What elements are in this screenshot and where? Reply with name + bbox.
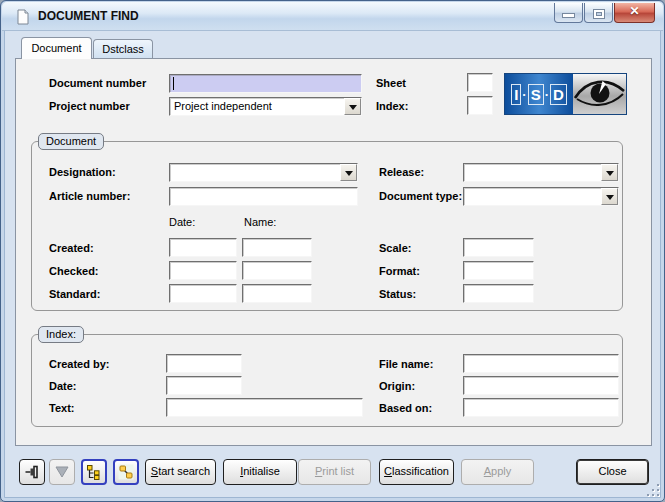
logo-letter-s: S <box>528 84 544 105</box>
close-window-button[interactable]: ✕ <box>614 3 655 23</box>
close-icon: ✕ <box>615 4 654 18</box>
origin-input[interactable] <box>463 376 619 395</box>
format-label: Format: <box>379 265 420 278</box>
resize-grip[interactable] <box>646 483 659 496</box>
chevron-down-icon[interactable] <box>601 164 618 181</box>
chevron-down-icon[interactable] <box>340 164 357 181</box>
standard-date-input[interactable] <box>169 284 237 303</box>
classification-button[interactable]: Classification <box>379 459 454 485</box>
tab-document[interactable]: Document <box>21 37 92 59</box>
release-select[interactable] <box>463 163 619 182</box>
maximize-button[interactable] <box>584 3 613 23</box>
name-column-header: Name: <box>244 216 276 229</box>
logo-dot: · <box>545 87 549 102</box>
standard-label: Standard: <box>49 288 100 301</box>
titlebar[interactable]: DOCUMENT FIND ✕ <box>2 2 663 31</box>
text-input[interactable] <box>166 398 363 417</box>
file-name-input[interactable] <box>463 354 619 373</box>
scale-input[interactable] <box>463 238 534 257</box>
linked-items-icon <box>118 464 134 480</box>
document-find-dialog: DOCUMENT FIND ✕ Document Dstclass Docume… <box>0 0 665 502</box>
checked-name-input[interactable] <box>242 261 312 280</box>
logo-dot: · <box>522 87 526 102</box>
status-label: Status: <box>379 288 416 301</box>
text-label: Text: <box>49 402 74 415</box>
linked-documents-toggle-button[interactable] <box>113 459 139 485</box>
tab-dstclass[interactable]: Dstclass <box>93 39 153 59</box>
logo-letter-d: D <box>550 84 567 105</box>
project-number-label: Project number <box>49 100 130 113</box>
standard-name-input[interactable] <box>242 284 312 303</box>
start-search-button[interactable]: Start search <box>145 459 216 485</box>
initialise-button[interactable]: Initialise <box>223 459 297 485</box>
document-page-icon <box>15 9 31 25</box>
project-number-value: Project independent <box>174 100 272 112</box>
index-input[interactable] <box>467 96 493 115</box>
minimize-icon <box>563 14 574 17</box>
document-number-input[interactable] <box>169 74 362 93</box>
index-group-title: Index: <box>38 326 84 343</box>
created-by-label: Created by: <box>49 358 110 371</box>
close-button[interactable]: Close <box>576 459 649 485</box>
eye-icon <box>573 74 626 114</box>
checked-label: Checked: <box>49 265 99 278</box>
format-input[interactable] <box>463 261 534 280</box>
index-label: Index: <box>376 100 408 113</box>
document-group-title: Document <box>38 133 104 150</box>
apply-button: Apply <box>461 459 534 485</box>
logo-letter-i: I <box>511 84 521 105</box>
checked-date-input[interactable] <box>169 261 237 280</box>
document-type-label: Document type: <box>379 190 462 203</box>
article-number-input[interactable] <box>169 187 358 206</box>
pin-icon <box>24 464 40 480</box>
maximize-icon <box>594 10 604 18</box>
tab-document-label: Document <box>31 42 81 54</box>
isd-logo: I · S · D <box>504 73 627 115</box>
based-on-label: Based on: <box>379 402 432 415</box>
created-by-input[interactable] <box>166 354 242 373</box>
expand-results-button <box>49 459 75 485</box>
result-list-toggle-button[interactable] <box>81 459 107 485</box>
minimize-button[interactable] <box>554 3 583 23</box>
text-caret <box>173 77 174 90</box>
down-arrow-icon <box>55 466 69 478</box>
index-group: Index: Created by: Date: Text: File name… <box>31 334 623 427</box>
file-name-label: File name: <box>379 358 433 371</box>
chevron-down-icon[interactable] <box>344 98 361 115</box>
tab-dstclass-label: Dstclass <box>102 43 144 55</box>
hierarchy-list-icon <box>86 464 102 480</box>
index-date-input[interactable] <box>166 376 242 395</box>
pin-dialog-button[interactable] <box>19 459 45 485</box>
document-group: Document Designation: Article number: Da… <box>31 141 623 311</box>
index-date-label: Date: <box>49 380 77 393</box>
sheet-input[interactable] <box>467 73 493 92</box>
document-number-label: Document number <box>49 77 146 90</box>
created-name-input[interactable] <box>242 238 312 257</box>
origin-label: Origin: <box>379 380 415 393</box>
window-title: DOCUMENT FIND <box>38 9 139 23</box>
chevron-down-icon[interactable] <box>601 188 618 205</box>
project-number-select[interactable]: Project independent <box>169 97 362 116</box>
tab-page-document: Document number Sheet Project number Pro… <box>15 58 652 446</box>
article-number-label: Article number: <box>49 190 130 203</box>
scale-label: Scale: <box>379 242 411 255</box>
designation-select[interactable] <box>169 163 358 182</box>
document-type-select[interactable] <box>463 187 619 206</box>
date-column-header: Date: <box>169 216 195 229</box>
based-on-input[interactable] <box>463 398 619 417</box>
sheet-label: Sheet <box>376 77 406 90</box>
status-input[interactable] <box>463 284 534 303</box>
created-label: Created: <box>49 242 94 255</box>
created-date-input[interactable] <box>169 238 237 257</box>
designation-label: Designation: <box>49 166 116 179</box>
print-list-button: Print list <box>298 459 371 485</box>
release-label: Release: <box>379 166 424 179</box>
isd-logo-letters: I · S · D <box>505 74 573 114</box>
